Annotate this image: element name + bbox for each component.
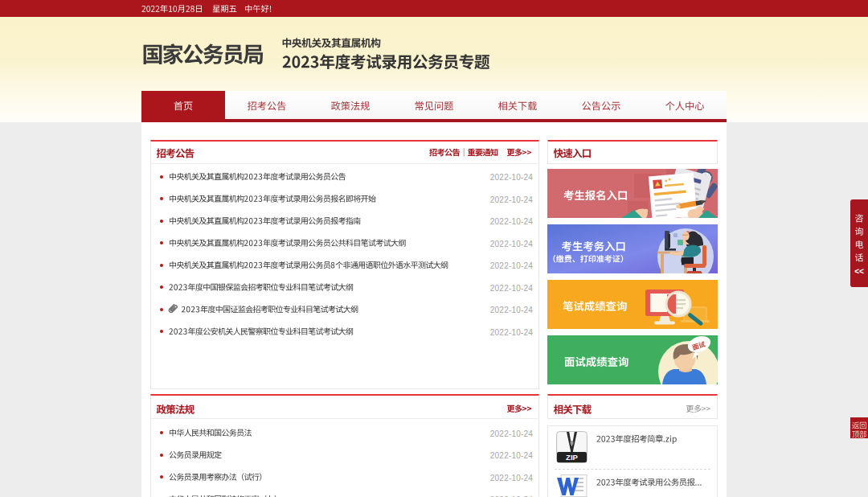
svg-text:ZIP: ZIP [566,453,578,462]
